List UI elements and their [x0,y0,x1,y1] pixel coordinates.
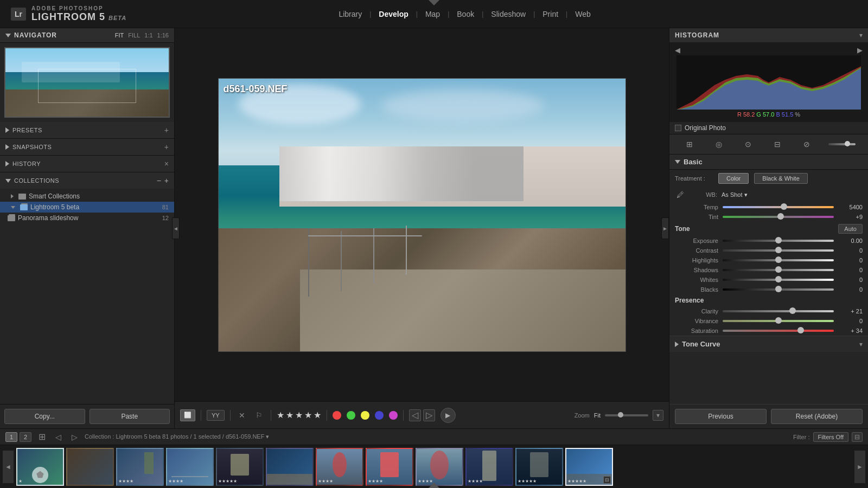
filter-select[interactable]: Filters Off [813,432,848,442]
reset-button[interactable]: Reset (Adobe) [771,409,863,424]
tint-slider[interactable] [723,216,834,218]
collection-smart-collections[interactable]: Smart Collections [0,191,174,202]
brush-size-slider[interactable] [828,143,856,145]
radial-filter-tool[interactable]: ⊘ [799,138,814,151]
filmstrip-thumb-6[interactable] [266,448,314,486]
filmstrip-thumb-8[interactable]: ★★★★ [366,448,413,486]
copy-button[interactable]: Copy... [4,409,85,424]
navigator-preview[interactable] [4,47,170,118]
collections-plus[interactable]: + [164,176,169,185]
whites-slider[interactable] [723,279,834,281]
filmstrip-thumb-7[interactable]: ★★★★ [316,448,363,486]
filmstrip-thumb-4[interactable]: ★★★★ [166,448,214,486]
collections-minus[interactable]: − [157,176,161,185]
zoom-1-16[interactable]: 1:16 [157,32,169,38]
prev-arrow[interactable]: ◁ [409,409,421,421]
star-2[interactable]: ★ [286,410,293,420]
star-1[interactable]: ★ [277,410,284,420]
play-button[interactable]: ▶ [441,408,456,423]
color-blue[interactable] [375,411,384,420]
star-5[interactable]: ★ [314,410,321,420]
filmstrip-left-arrow[interactable]: ◄ [3,451,14,483]
loupe-view-btn[interactable]: ⬜ [180,409,195,421]
tone-curve-chevron[interactable]: ▾ [859,341,863,348]
navigator-header[interactable]: Navigator FIT FILL 1:1 1:16 [0,28,174,43]
filmstrip-right-arrow[interactable]: ► [854,451,865,483]
nav-book[interactable]: Book [449,10,482,18]
zoom-1-1[interactable]: 1:1 [144,32,152,38]
nav-web[interactable]: Web [567,10,598,18]
nav-print[interactable]: Print [535,10,566,18]
hist-clipping-highlights[interactable]: ▶ [857,46,863,54]
date-format-btn[interactable]: YY [207,410,225,421]
brush-size-thumb[interactable] [845,141,850,146]
shadows-thumb[interactable] [775,266,782,273]
clarity-thumb[interactable] [789,307,796,314]
left-panel-toggle[interactable]: ◄ [172,217,180,239]
nav-library[interactable]: Library [331,10,369,18]
contrast-thumb[interactable] [775,247,782,253]
x-flag-btn[interactable]: ✕ [236,409,248,421]
color-purple[interactable] [389,411,398,420]
exposure-thumb[interactable] [775,237,782,243]
spot-removal-tool[interactable]: ◎ [711,138,726,151]
tint-thumb[interactable] [777,213,784,220]
graduated-filter-tool[interactable]: ⊟ [770,138,785,151]
color-green[interactable] [347,411,355,420]
right-nav-btn[interactable]: ▷ [68,431,80,443]
color-yellow[interactable] [361,411,369,420]
right-panel-toggle[interactable]: ► [661,217,669,239]
zoom-fill[interactable]: FILL [128,32,140,38]
bottom-panel-toggle[interactable] [429,483,439,488]
wb-eyedropper[interactable]: 🖉 [675,189,686,200]
filmstrip-thumb-3[interactable]: ★★★★ [116,448,164,486]
saturation-thumb[interactable] [797,327,804,333]
previous-button[interactable]: Previous [675,409,767,424]
basic-header[interactable]: Basic [669,155,868,170]
photo-container[interactable]: d561-059.NEF [175,28,669,401]
nav-develop[interactable]: Develop [371,10,416,18]
filmstrip-thumb-10[interactable]: ★★★★ [465,448,513,486]
contrast-slider[interactable] [723,249,834,252]
left-nav-btn[interactable]: ◁ [52,431,64,443]
nav-slideshow[interactable]: Slideshow [483,10,533,18]
color-treatment-btn[interactable]: Color [718,173,749,184]
temp-thumb[interactable] [781,203,787,210]
zoom-fit[interactable]: FIT [115,32,124,38]
page-1-btn[interactable]: 1 [5,432,17,442]
history-close[interactable]: × [164,159,169,168]
color-red[interactable] [333,411,341,420]
highlights-thumb[interactable] [775,256,782,263]
histogram-header[interactable]: Histogram ▾ [669,28,868,42]
highlights-slider[interactable] [723,259,834,261]
snapshots-header[interactable]: Snapshots + [0,139,174,155]
temp-slider[interactable] [723,206,834,208]
clarity-slider[interactable] [723,310,834,312]
bw-treatment-btn[interactable]: Black & White [754,173,807,184]
star-rating[interactable]: ★ ★ ★ ★ ★ [277,410,321,420]
history-header[interactable]: History × [0,156,174,172]
nav-map[interactable]: Map [418,10,448,18]
wb-value[interactable]: As Shot ▾ [722,191,863,198]
snapshots-add[interactable]: + [164,143,169,151]
main-photo[interactable] [218,78,626,352]
paste-button[interactable]: Paste [90,409,170,424]
zoom-dropdown[interactable]: ▾ [653,410,663,421]
zoom-slider-thumb[interactable] [618,412,623,418]
vibrance-thumb[interactable] [775,317,782,324]
red-eye-tool[interactable]: ⊙ [741,138,756,151]
filmstrip-thumb-2[interactable] [66,448,114,486]
top-panel-toggle[interactable] [429,0,439,5]
saturation-slider[interactable] [723,330,834,332]
filmstrip-thumb-12[interactable]: ★★★★★ ⊟ [565,448,613,486]
collection-lr5-beta[interactable]: Lightroom 5 beta 81 [0,202,174,213]
collections-header[interactable]: Collections − + [0,172,174,189]
vibrance-slider[interactable] [723,320,834,322]
blacks-slider[interactable] [723,288,834,291]
next-arrow[interactable]: ▷ [423,409,435,421]
exposure-slider[interactable] [723,240,834,242]
filmstrip-thumb-1[interactable]: ⬟ ★ [16,448,64,486]
collection-panorama[interactable]: Panorama slideshow 12 [0,213,174,223]
zoom-controls[interactable]: FIT FILL 1:1 1:16 [115,32,169,38]
star-3[interactable]: ★ [295,410,303,420]
